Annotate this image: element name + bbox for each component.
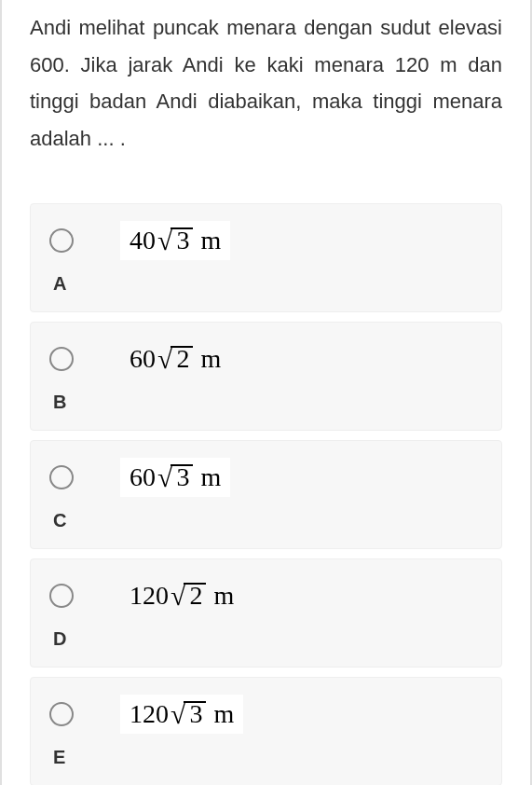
radio-b[interactable]: [49, 347, 74, 371]
option-e-unit: m: [213, 699, 234, 729]
option-d-coefficient: 120: [130, 581, 169, 611]
option-row: 120 √ 3 m: [49, 695, 483, 734]
option-c-letter: C: [53, 510, 483, 531]
option-d-unit: m: [213, 581, 234, 611]
option-a-letter: A: [53, 273, 483, 295]
option-row: 120 √ 2 m: [49, 576, 483, 615]
option-b-unit: m: [200, 344, 221, 374]
option-a-content: 40 √ 3 m: [120, 221, 230, 260]
radio-a[interactable]: [49, 228, 74, 253]
option-d-letter: D: [53, 628, 483, 650]
radio-c[interactable]: [49, 465, 74, 489]
option-a-coefficient: 40: [130, 226, 156, 255]
radio-d[interactable]: [49, 584, 74, 608]
option-d-radicand: 2: [185, 581, 206, 611]
option-d[interactable]: 120 √ 2 m D: [30, 558, 502, 668]
question-container: Andi melihat puncak menara dengan sudut …: [0, 0, 532, 785]
option-a-unit: m: [200, 226, 221, 255]
sqrt-icon: √ 2: [171, 580, 206, 612]
option-e-radicand: 3: [185, 699, 206, 729]
option-e-content: 120 √ 3 m: [120, 695, 243, 734]
option-row: 60 √ 3 m: [49, 458, 483, 497]
option-row: 60 √ 2 m: [49, 339, 483, 379]
option-c-radicand: 3: [172, 462, 193, 492]
option-e-letter: E: [53, 747, 483, 768]
sqrt-icon: √ 3: [157, 461, 193, 493]
option-a[interactable]: 40 √ 3 m A: [30, 203, 502, 312]
option-c[interactable]: 60 √ 3 m C: [30, 440, 502, 549]
radio-e[interactable]: [49, 702, 74, 726]
option-d-content: 120 √ 2 m: [120, 576, 243, 615]
option-e-coefficient: 120: [130, 699, 169, 729]
sqrt-icon: √ 3: [157, 225, 193, 256]
option-e[interactable]: 120 √ 3 m E: [30, 677, 502, 785]
option-c-coefficient: 60: [130, 462, 156, 492]
sqrt-symbol: √: [171, 580, 185, 612]
sqrt-symbol: √: [171, 698, 185, 730]
option-a-radicand: 3: [172, 226, 193, 255]
sqrt-icon: √ 3: [171, 698, 206, 730]
options-list: 40 √ 3 m A 60 √ 2 m: [30, 203, 502, 785]
option-row: 40 √ 3 m: [49, 221, 483, 260]
sqrt-symbol: √: [157, 461, 172, 493]
option-b-radicand: 2: [172, 344, 193, 374]
sqrt-symbol: √: [157, 343, 172, 375]
option-b-letter: B: [53, 392, 483, 413]
sqrt-icon: √ 2: [157, 343, 193, 375]
question-text: Andi melihat puncak menara dengan sudut …: [30, 9, 502, 157]
option-b-coefficient: 60: [130, 344, 156, 374]
option-c-content: 60 √ 3 m: [120, 458, 230, 497]
option-b[interactable]: 60 √ 2 m B: [30, 322, 502, 431]
sqrt-symbol: √: [157, 225, 172, 256]
option-b-content: 60 √ 2 m: [120, 339, 230, 379]
option-c-unit: m: [200, 462, 221, 492]
